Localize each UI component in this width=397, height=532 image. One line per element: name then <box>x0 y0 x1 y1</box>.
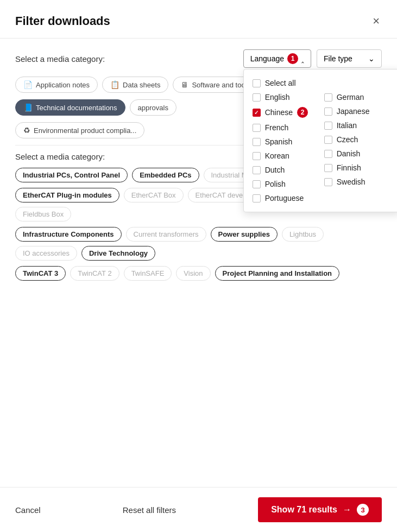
chip-env-label: Environmental product complia... <box>34 126 136 135</box>
language-dropdown-panel: Select all English <box>243 69 397 212</box>
checkbox-spanish[interactable] <box>253 138 261 146</box>
modal-title: Filter downloads <box>15 14 110 28</box>
language-option-swedish[interactable]: Swedish <box>322 175 394 189</box>
pchip-vision[interactable]: Vision <box>176 266 210 281</box>
pchip-ethercat-box[interactable]: EtherCAT Box <box>124 188 184 202</box>
language-option-chinese[interactable]: Chinese 2 <box>250 104 322 121</box>
show-results-button[interactable]: Show 71 results → 3 <box>258 497 382 522</box>
label-french: French <box>265 123 289 132</box>
label-danish: Danish <box>337 149 361 158</box>
checkbox-select-all[interactable] <box>253 79 261 87</box>
data-sheets-icon: 📋 <box>110 80 119 89</box>
checkbox-japanese[interactable] <box>324 107 332 116</box>
checkbox-chinese[interactable] <box>253 109 261 117</box>
chip-software-tools-label: Software and tools <box>192 81 250 89</box>
language-option-finnish[interactable]: Finnish <box>322 161 394 175</box>
pchip-twincat2[interactable]: TwinCAT 2 <box>70 266 119 281</box>
chip-approvals[interactable]: approvals <box>130 99 177 116</box>
checkbox-portuguese[interactable] <box>253 194 261 202</box>
select-category-label-1: Select a media category: <box>15 54 105 64</box>
filter-dropdowns: Language 1 ‸ Select all <box>243 49 382 68</box>
language-option-italian[interactable]: Italian <box>322 118 394 132</box>
chinese-badge: 2 <box>297 107 308 118</box>
pchip-embedded[interactable]: Embedded PCs <box>132 168 199 182</box>
pchip-io-accessories[interactable]: IO accessories <box>15 246 77 261</box>
pchip-current-transformers[interactable]: Current transformers <box>126 227 206 242</box>
language-option-danish[interactable]: Danish <box>322 147 394 161</box>
chip-data-sheets[interactable]: 📋 Data sheets <box>102 77 168 93</box>
language-option-japanese[interactable]: Japanese <box>322 104 394 118</box>
language-dropdown-button[interactable]: Language 1 ‸ <box>243 49 311 68</box>
pchip-io-accessories-label: IO accessories <box>23 249 70 257</box>
pchip-fieldbus-box[interactable]: Fieldbus Box <box>15 207 71 221</box>
pchip-power-supplies-label: Power supplies <box>218 230 270 238</box>
show-results-label: Show 71 results <box>271 505 337 515</box>
pchip-drive-technology[interactable]: Drive Technology <box>81 246 155 261</box>
pchip-drive-technology-label: Drive Technology <box>89 249 148 257</box>
pchip-ethercat-box-label: EtherCAT Box <box>131 191 176 199</box>
chip-tech-docs-label: Technical documentations <box>36 104 117 112</box>
label-korean: Korean <box>265 151 289 160</box>
language-option-french[interactable]: French <box>250 121 322 135</box>
checkbox-danish[interactable] <box>324 150 332 158</box>
checkbox-finnish[interactable] <box>324 164 332 172</box>
pchip-infra-label: Infrastructure Components <box>23 230 114 238</box>
language-badge: 1 <box>287 53 298 64</box>
checkbox-german[interactable] <box>324 93 332 102</box>
pchip-ethercat-plugin[interactable]: EtherCAT Plug-in modules <box>15 188 119 202</box>
label-czech: Czech <box>337 135 358 144</box>
software-tools-icon: 🖥 <box>181 80 188 89</box>
language-col-left: English Chinese 2 Fren <box>250 90 322 205</box>
language-col-right: German Japanese Italian <box>322 90 394 205</box>
chip-env-compliance[interactable]: ♻ Environmental product complia... <box>15 122 144 138</box>
app-notes-icon: 📄 <box>23 80 33 89</box>
pchip-twinsafe[interactable]: TwinSAFE <box>124 266 172 281</box>
reset-filters-button[interactable]: Reset all filters <box>123 505 176 515</box>
language-option-select-all[interactable]: Select all <box>250 76 394 90</box>
pchip-project-planning[interactable]: Project Planning and Installation <box>215 266 340 281</box>
language-option-czech[interactable]: Czech <box>322 132 394 147</box>
language-option-polish[interactable]: Polish <box>250 177 322 191</box>
checkbox-polish[interactable] <box>253 180 261 188</box>
chip-tech-docs[interactable]: 📘 Technical documentations <box>15 99 125 116</box>
checkbox-english[interactable] <box>253 93 261 102</box>
pchip-lightbus[interactable]: Lightbus <box>282 227 324 242</box>
label-polish: Polish <box>265 180 286 188</box>
filter-downloads-modal: Filter downloads × Select a media catego… <box>0 0 397 532</box>
language-option-german[interactable]: German <box>322 90 394 104</box>
label-japanese: Japanese <box>337 107 370 116</box>
pchip-ipc[interactable]: Industrial PCs, Control Panel <box>15 168 128 182</box>
modal-header: Filter downloads × <box>0 0 397 39</box>
pchip-ipc-label: Industrial PCs, Control Panel <box>23 171 120 179</box>
pchip-power-supplies[interactable]: Power supplies <box>211 227 278 242</box>
arrow-icon: → <box>343 505 351 515</box>
label-italian: Italian <box>337 121 357 130</box>
label-select-all: Select all <box>265 79 296 87</box>
checkbox-french[interactable] <box>253 124 261 132</box>
language-columns: English Chinese 2 Fren <box>250 90 394 205</box>
checkbox-czech[interactable] <box>324 136 332 144</box>
filetype-dropdown-button[interactable]: File type ⌄ <box>317 49 382 68</box>
checkbox-swedish[interactable] <box>324 178 332 186</box>
label-spanish: Spanish <box>265 137 293 146</box>
checkbox-dutch[interactable] <box>253 166 261 174</box>
language-option-english[interactable]: English <box>250 90 322 104</box>
chip-app-notes[interactable]: 📄 Application notes <box>15 77 98 93</box>
language-option-korean[interactable]: Korean <box>250 149 322 163</box>
pchip-infra[interactable]: Infrastructure Components <box>15 227 122 242</box>
env-icon: ♻ <box>23 126 30 135</box>
pchip-twincat3[interactable]: TwinCAT 3 <box>15 266 66 281</box>
pchip-embedded-label: Embedded PCs <box>140 171 191 179</box>
cancel-button[interactable]: Cancel <box>15 505 41 515</box>
filter-row-top: Select a media category: Language 1 ‸ <box>15 49 382 68</box>
chip-app-notes-label: Application notes <box>36 81 90 89</box>
language-option-spanish[interactable]: Spanish <box>250 135 322 149</box>
pchip-project-planning-label: Project Planning and Installation <box>223 269 332 277</box>
language-option-dutch[interactable]: Dutch <box>250 163 322 177</box>
checkbox-italian[interactable] <box>324 122 332 130</box>
pchip-current-transformers-label: Current transformers <box>134 230 199 238</box>
language-option-portuguese[interactable]: Portuguese <box>250 191 322 205</box>
checkbox-korean[interactable] <box>253 152 261 160</box>
chevron-up-icon: ‸ <box>301 54 304 63</box>
close-button[interactable]: × <box>370 13 382 29</box>
